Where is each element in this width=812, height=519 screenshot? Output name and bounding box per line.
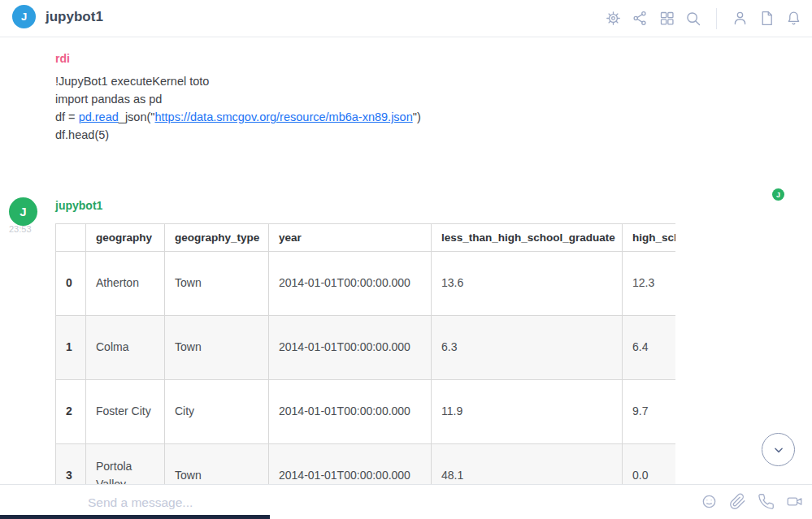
person-icon — [732, 10, 749, 27]
table-header-cell: year — [269, 224, 432, 252]
share-button[interactable] — [631, 10, 649, 28]
table-cell: Town — [165, 252, 269, 316]
user-avatar-rdi[interactable] — [9, 50, 37, 79]
emoji-button[interactable] — [700, 493, 718, 511]
table-row-index: 0 — [56, 252, 86, 316]
message-lines: !JupyBot1 executeKernel totoimport panda… — [55, 72, 812, 144]
channel-avatar-letter: J — [21, 11, 27, 23]
channel-avatar: J — [12, 5, 36, 28]
message-text: ") — [413, 110, 421, 123]
message-line: !JupyBot1 executeKernel toto — [55, 72, 812, 90]
table-header-cell: less_than_high_school_graduate — [432, 224, 623, 252]
message-text: import pandas as pd — [55, 93, 162, 106]
bot-avatar[interactable]: J — [9, 197, 37, 226]
table-row: 2Foster CityCity2014-01-01T00:00:00.0001… — [56, 380, 676, 444]
bell-icon — [785, 10, 802, 27]
message-text: df.head(5) — [55, 128, 109, 141]
table-cell: 0.0 — [623, 444, 676, 485]
message-text: !JupyBot1 executeKernel toto — [55, 75, 209, 88]
app-window: J jupybot1 — [0, 0, 812, 519]
table-header-cell — [56, 224, 86, 252]
members-button[interactable] — [731, 10, 749, 28]
message-timestamp: 23:53 — [9, 224, 32, 234]
smiley-icon — [701, 493, 718, 510]
table-row-index: 1 — [56, 316, 86, 380]
table-header-cell: geography_type — [165, 224, 269, 252]
table-cell: Town — [165, 316, 269, 380]
table-row: 3Portola ValleyTown2014-01-01T00:00:00.0… — [56, 444, 676, 485]
table-cell: 2014-01-01T00:00:00.000 — [269, 316, 432, 380]
grid-icon — [658, 10, 675, 27]
call-button[interactable] — [757, 493, 775, 511]
dataframe-table: geographygeography_typeyearless_than_hig… — [55, 223, 675, 484]
table-cell: 48.1 — [432, 444, 623, 485]
video-camera-icon — [786, 493, 803, 510]
header-toolbar — [604, 0, 802, 37]
table-cell: 6.3 — [432, 316, 623, 380]
channel-header: J jupybot1 — [0, 0, 812, 37]
table-cell: City — [165, 380, 269, 444]
table-cell: Town — [165, 444, 269, 485]
table-cell: Colma — [86, 316, 165, 380]
table-header-row: geographygeography_typeyearless_than_hig… — [56, 224, 676, 252]
table-cell: Portola Valley — [86, 444, 165, 485]
composer-actions — [700, 485, 803, 518]
phone-icon — [758, 493, 775, 510]
search-button[interactable] — [684, 10, 702, 28]
username-jupybot1[interactable]: jupybot1 — [55, 197, 102, 214]
gear-icon — [605, 10, 622, 27]
message-input[interactable] — [88, 491, 673, 515]
table-cell: 11.9 — [432, 380, 623, 444]
message-jupybot1: J 23:53 jupybot1 geographygeography_type… — [0, 197, 812, 484]
table-row-index: 3 — [56, 444, 86, 485]
message-line: df.head(5) — [55, 126, 812, 144]
table-header-cell: geography — [86, 224, 165, 252]
apps-button[interactable] — [658, 10, 675, 28]
message-text: df = — [55, 110, 79, 123]
message-rdi: rdi !JupyBot1 executeKernel totoimport p… — [0, 50, 812, 144]
table-cell: 2014-01-01T00:00:00.000 — [269, 252, 432, 316]
composer-avatar — [42, 492, 67, 517]
message-line: import pandas as pd — [55, 90, 812, 108]
read-receipt-badge: J — [772, 188, 784, 201]
chevron-down-icon — [770, 441, 788, 459]
table-row: 0AthertonTown2014-01-01T00:00:00.00013.6… — [56, 252, 676, 316]
table-cell: 6.4 — [623, 316, 676, 380]
table-cell: 9.7 — [623, 380, 676, 444]
table-cell: Atherton — [86, 252, 165, 316]
header-divider — [716, 8, 717, 29]
search-icon — [684, 10, 702, 28]
read-receipt-letter: J — [776, 191, 780, 199]
dataframe-table-container: geographygeography_typeyearless_than_hig… — [55, 223, 675, 484]
channel-title[interactable]: jupybot1 — [46, 9, 103, 25]
table-cell: 13.6 — [432, 252, 623, 316]
bot-avatar-letter: J — [20, 205, 26, 218]
table-cell: 2014-01-01T00:00:00.000 — [269, 380, 432, 444]
message-composer — [0, 484, 812, 519]
notifications-button[interactable] — [784, 10, 802, 28]
attach-button[interactable] — [728, 493, 746, 511]
table-body: 0AthertonTown2014-01-01T00:00:00.00013.6… — [56, 252, 676, 485]
jump-to-bottom-button[interactable] — [762, 433, 795, 466]
username-rdi[interactable]: rdi — [55, 50, 70, 67]
file-icon — [758, 10, 775, 27]
link-hover-status-bar — [0, 515, 270, 519]
paperclip-icon — [729, 493, 746, 510]
share-icon — [632, 10, 649, 27]
message-list: rdi !JupyBot1 executeKernel totoimport p… — [0, 37, 812, 484]
message-link[interactable]: https://data.smcgov.org/resource/mb6a-xn… — [154, 110, 412, 123]
video-call-button[interactable] — [785, 493, 803, 511]
table-header-cell: high_school_graduate — [623, 224, 676, 252]
table-cell: 2014-01-01T00:00:00.000 — [269, 444, 432, 485]
settings-button[interactable] — [604, 10, 622, 28]
table-row-index: 2 — [56, 380, 86, 444]
table-cell: Foster City — [86, 380, 165, 444]
table-row: 1ColmaTown2014-01-01T00:00:00.0006.36.4 — [56, 316, 676, 380]
files-button[interactable] — [758, 10, 775, 28]
message-text: _json(" — [119, 110, 155, 123]
table-cell: 12.3 — [623, 252, 676, 316]
message-line: df = pd.read_json("https://data.smcgov.o… — [55, 108, 812, 126]
message-link[interactable]: pd.read — [79, 110, 119, 123]
